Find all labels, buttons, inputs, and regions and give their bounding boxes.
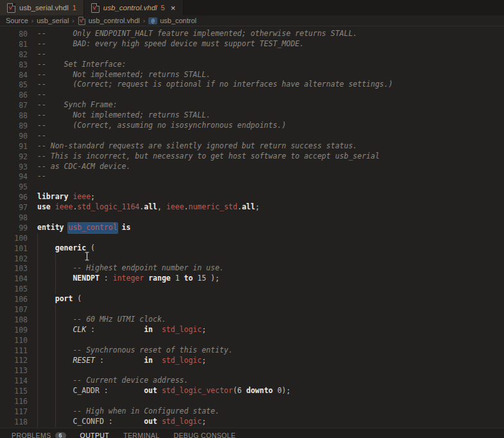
code-line: 111 -- Synchronous reset of this entity. (0, 346, 504, 356)
indent-guide (55, 284, 56, 294)
indent-guide (37, 284, 38, 294)
panel-tab-output[interactable]: OUTPUT (80, 432, 110, 438)
code-line-content[interactable]: library ieee; (37, 192, 504, 202)
code-line-content[interactable]: entity usb_control is (37, 223, 504, 233)
code-line: 97use ieee.std_logic_1164.all, ieee.nume… (0, 202, 504, 213)
code-line-content[interactable] (37, 304, 504, 315)
code-token: ; (202, 417, 206, 427)
line-number: 96 (0, 193, 28, 202)
code-line-content[interactable]: -- Synch Frame: (37, 100, 504, 110)
code-token: C_CONFD (73, 417, 103, 427)
breadcrumb-item-usb-control-vhdl[interactable]: usb_control.vhdl (78, 16, 140, 26)
problems-count-badge: 1 (73, 4, 76, 12)
code-token: ; (91, 192, 95, 202)
code-line-content[interactable]: -- Non-standard requests are silently ig… (37, 141, 504, 152)
line-number: 100 (0, 234, 28, 243)
code-token: std_logic_1164 (77, 202, 139, 213)
indent-guide (37, 263, 38, 274)
line-number: 107 (0, 305, 28, 314)
code-line-content[interactable] (37, 335, 504, 346)
code-line-content[interactable]: -- (37, 49, 504, 60)
code-token: -- Non-standard requests are silently ig… (37, 141, 358, 152)
close-icon[interactable]: × (170, 4, 177, 12)
code-line-content[interactable]: NENDPT : integer range 1 to 15 ); (37, 274, 504, 284)
tab-usb-serial-vhdl[interactable]: usb_serial.vhdl1 (0, 0, 84, 15)
code-line: 80-- Only ENDPOINT_HALT feature implemen… (0, 29, 504, 39)
code-token (157, 417, 162, 427)
code-token: std_logic (162, 417, 202, 427)
code-line-content[interactable]: -- Not implemented; returns STALL. (37, 70, 504, 80)
code-line-content[interactable]: CLK : in std_logic; (37, 325, 504, 335)
code-line-content[interactable] (37, 254, 504, 264)
code-line-content[interactable]: -- as CDC-ACM device. (37, 162, 504, 172)
code-line: 98 (0, 213, 504, 223)
code-token: all (242, 202, 256, 213)
breadcrumb-item-Source[interactable]: Source (6, 17, 28, 24)
code-line-content[interactable]: -- Current device address. (37, 376, 504, 386)
code-line-content[interactable]: -- Synchronous reset of this entity. (37, 346, 504, 356)
code-line-content[interactable]: -- (37, 90, 504, 100)
code-line-content[interactable]: RESET : in std_logic; (37, 356, 504, 366)
code-line: 86-- (0, 90, 504, 100)
line-number: 104 (0, 274, 28, 283)
code-line: 99entity usb_control is (0, 223, 504, 233)
code-line-content[interactable]: -- Highest endpoint number in use. (37, 263, 504, 274)
code-line-content[interactable]: use ieee.std_logic_1164.all, ieee.numeri… (37, 202, 504, 213)
editor-tab-bar: usb_serial.vhdl1usb_control.vhdl5× (0, 0, 504, 15)
code-line-content[interactable]: -- (Correct, assuming no isosynchronous … (37, 121, 504, 131)
code-line-content[interactable] (37, 213, 504, 223)
code-line-content[interactable]: -- 60 MHz UTMI clock. (37, 315, 504, 325)
code-token: ( (73, 294, 82, 304)
code-line-content[interactable]: -- Not implemented; returns STALL. (37, 110, 504, 121)
line-number: 114 (0, 376, 28, 385)
panel-tab-terminal[interactable]: TERMINAL (123, 432, 159, 438)
code-line-content[interactable]: -- This is incorrect, but necessary to g… (37, 152, 504, 162)
indent-guide (55, 274, 56, 284)
editor-pane[interactable]: 80-- Only ENDPOINT_HALT feature implemen… (0, 26, 504, 428)
code-line: 110 (0, 335, 504, 346)
code-line-content[interactable]: C_CONFD : out std_logic; (37, 417, 504, 427)
code-line-content[interactable]: C_ADDR : out std_logic_vector(6 downto 0… (37, 386, 504, 396)
problems-badge: 6 (55, 432, 66, 438)
code-token: is (122, 223, 131, 233)
line-number: 102 (0, 254, 28, 263)
code-line-content[interactable]: -- (37, 171, 504, 182)
code-line-content[interactable]: generic ( (37, 243, 504, 254)
code-line: 91-- Non-standard requests are silently … (0, 141, 504, 152)
panel-tab-problems[interactable]: PROBLEMS6 (12, 432, 66, 438)
code-line-content[interactable] (37, 182, 504, 192)
code-line-content[interactable] (37, 365, 504, 376)
breadcrumb-separator-icon: › (31, 17, 33, 24)
code-line-content[interactable] (37, 233, 504, 243)
code-line-content[interactable]: -- (37, 131, 504, 141)
line-number: 81 (0, 40, 28, 49)
line-number: 103 (0, 264, 28, 273)
code-line: 84-- Not implemented; returns STALL. (0, 70, 504, 80)
code-line-content[interactable]: -- Only ENDPOINT_HALT feature implemente… (37, 29, 504, 39)
code-token: out (144, 417, 157, 427)
indent-guide (37, 254, 38, 264)
breadcrumb-item-usb-serial[interactable]: usb_serial (37, 17, 69, 24)
indent-guide (37, 233, 38, 243)
code-line: 115 C_ADDR : out std_logic_vector(6 down… (0, 386, 504, 396)
code-line: 95 (0, 182, 504, 192)
code-token: use (37, 202, 51, 213)
code-line-content[interactable]: -- High when in Configured state. (37, 407, 504, 417)
breadcrumb-item-usb-control[interactable]: @usb_control (148, 17, 196, 24)
tab-usb-control-vhdl[interactable]: usb_control.vhdl5× (84, 0, 184, 15)
code-token: std_logic (162, 325, 202, 335)
code-line-content[interactable] (37, 396, 504, 407)
code-token: . (139, 202, 144, 213)
code-line-content[interactable]: -- Set Interface: (37, 60, 504, 70)
code-line-content[interactable]: -- BAD: every high speed device must sup… (37, 39, 504, 49)
code-token: -- (Correct; request is optional if no i… (37, 80, 393, 90)
indent-guide (37, 335, 38, 346)
panel-tab-debug-console[interactable]: DEBUG CONSOLE (173, 432, 236, 438)
code-line-content[interactable] (37, 284, 504, 294)
code-line-content[interactable]: port ( (37, 294, 504, 304)
code-line-content[interactable]: -- (Correct; request is optional if no i… (37, 80, 504, 90)
indent-guide (55, 396, 56, 407)
code-token (37, 243, 55, 254)
breadcrumb: Source›usb_serial›usb_control.vhdl›@usb_… (0, 15, 504, 26)
indent-guide (37, 274, 38, 284)
